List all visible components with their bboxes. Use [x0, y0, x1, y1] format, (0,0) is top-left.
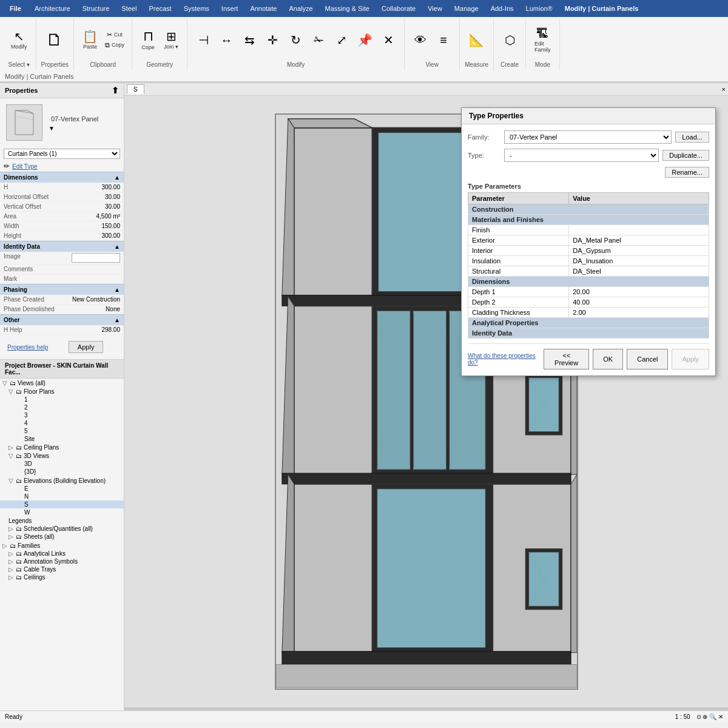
family-name-label: 07-Vertex Panel [46, 114, 121, 124]
finish-input[interactable] [573, 226, 705, 234]
measure-btn[interactable]: 📐 [465, 32, 488, 49]
curtain-panels-selector[interactable]: Curtain Panels (1) [4, 149, 120, 159]
type-properties-dialog[interactable]: Type Properties Family: 07-Vertex Panel … [461, 107, 716, 376]
tree-schedules[interactable]: ▷ 🗂 Schedules/Quantities (all) [0, 525, 124, 533]
rename-btn[interactable]: Rename... [665, 167, 709, 178]
toggle-families[interactable]: ▷ [2, 542, 10, 549]
ok-btn[interactable]: OK [593, 349, 623, 369]
load-btn[interactable]: Load... [675, 132, 709, 143]
preview-btn[interactable]: << Preview [544, 349, 589, 369]
menu-manage[interactable]: Manage [448, 2, 485, 15]
properties-apply-btn[interactable]: Apply [69, 341, 104, 353]
pin-btn[interactable]: 📌 [354, 32, 376, 49]
menu-modify-curtain[interactable]: Modify | Curtain Panels [559, 2, 645, 15]
edit-type-row: ✏ Edit Type [0, 161, 124, 172]
edit-type-link[interactable]: Edit Type [12, 163, 38, 170]
copy-btn[interactable]: ⧉ Copy [103, 41, 127, 50]
properties-help-link[interactable]: Properties help [4, 342, 52, 353]
align-btn[interactable]: ⊣ [192, 32, 214, 49]
tree-3d-curly[interactable]: {3D} [0, 468, 124, 476]
image-input[interactable] [72, 253, 120, 263]
tree-elev-w[interactable]: W [0, 508, 124, 516]
dimensions-collapse-icon[interactable]: ▲ [114, 174, 120, 181]
menu-steel[interactable]: Steel [115, 2, 143, 15]
mirror-btn[interactable]: ⇆ [238, 32, 260, 49]
tree-ceiling-plans[interactable]: ▷ 🗂 Ceiling Plans [0, 443, 124, 451]
tree-analytical-links[interactable]: ▷ 🗂 Analytical Links [0, 550, 124, 558]
menu-structure[interactable]: Structure [76, 2, 116, 15]
tree-floor-5[interactable]: 5 [0, 427, 124, 435]
menu-insert[interactable]: Insert [215, 2, 244, 15]
pin-icon: 📌 [357, 34, 372, 46]
viewport-tab-s[interactable]: S [127, 84, 144, 94]
tree-annotation-symbols[interactable]: ▷ 🗂 Annotation Symbols [0, 558, 124, 565]
menu-file[interactable]: File [2, 0, 29, 17]
properties-icon: 🗋 [46, 32, 63, 49]
edit-family-icon: 🏗 [536, 27, 548, 39]
tree-legends[interactable]: Legends [0, 517, 124, 525]
delete-btn[interactable]: ✕ [377, 32, 399, 49]
cut-btn[interactable]: ✂ Cut [103, 30, 127, 39]
tree-3d[interactable]: 3D [0, 460, 124, 468]
toggle-cable[interactable]: ▷ [8, 566, 16, 573]
menu-annotate[interactable]: Annotate [244, 2, 283, 15]
visibility-btn[interactable]: 👁 [410, 32, 431, 49]
menu-analyze[interactable]: Analyze [283, 2, 318, 15]
rotate-btn[interactable]: ↻ [285, 32, 306, 49]
offset-btn[interactable]: ↔ [215, 32, 237, 49]
toggle-3d[interactable]: ▽ [8, 453, 16, 459]
join-btn[interactable]: ⊞ Join ▾ [160, 28, 182, 52]
thin-lines-btn[interactable]: ≡ [433, 32, 454, 49]
tree-floor-site[interactable]: Site [0, 435, 124, 443]
menu-view[interactable]: View [422, 2, 448, 15]
toggle-sheets[interactable]: ▷ [8, 533, 16, 540]
toggle-ceiling[interactable]: ▷ [8, 444, 16, 451]
tree-floor-1[interactable]: 1 [0, 396, 124, 403]
duplicate-btn[interactable]: Duplicate... [662, 150, 709, 161]
family-select[interactable]: 07-Vertex Panel [504, 130, 672, 144]
viewport-close-btn[interactable]: × [722, 86, 726, 93]
toggle-annotation[interactable]: ▷ [8, 558, 16, 565]
toggle-elevations[interactable]: ▽ [8, 477, 16, 484]
cancel-btn[interactable]: Cancel [627, 349, 668, 369]
menu-massing[interactable]: Massing & Site [319, 2, 376, 15]
tree-floor-3[interactable]: 3 [0, 411, 124, 419]
toggle-floor-plans[interactable]: ▽ [8, 388, 16, 395]
type-select[interactable]: - [504, 149, 659, 162]
tree-elev-s[interactable]: S [0, 500, 124, 508]
menu-systems[interactable]: Systems [178, 2, 215, 15]
properties-expand-icon[interactable]: ⬆ [112, 86, 119, 95]
cope-btn[interactable]: ⊓ Cope [137, 27, 159, 53]
toggle-analytical[interactable]: ▷ [8, 550, 16, 557]
row-cladding: Cladding Thickness 2.00 [468, 308, 709, 318]
tree-cable-trays[interactable]: ▷ 🗂 Cable Trays [0, 565, 124, 573]
move-btn[interactable]: ✛ [261, 32, 283, 49]
scale-btn[interactable]: ⤢ [331, 32, 352, 49]
tree-floor-2[interactable]: 2 [0, 403, 124, 411]
what-do-props-link[interactable]: What do these properties do? [468, 352, 544, 366]
create-btn[interactable]: ⬡ [499, 32, 521, 49]
properties-btn[interactable]: 🗋 [42, 29, 67, 51]
menu-lumion[interactable]: Lumion® [520, 2, 559, 15]
edit-family-btn[interactable]: 🏗 EditFamily [531, 25, 554, 55]
toggle-schedules[interactable]: ▷ [8, 525, 16, 532]
select-btn[interactable]: ↖ Modify [7, 28, 31, 52]
tree-ceilings[interactable]: ▷ 🗂 Ceilings [0, 573, 124, 581]
trim-btn[interactable]: ✁ [308, 32, 329, 49]
tree-elev-e[interactable]: E [0, 485, 124, 493]
phasing-collapse-icon[interactable]: ▲ [114, 286, 120, 293]
status-ready: Ready [5, 713, 22, 720]
toggle-ceilings[interactable]: ▷ [8, 574, 16, 581]
menu-addins[interactable]: Add-Ins [485, 2, 520, 15]
menu-precast[interactable]: Precast [143, 2, 177, 15]
paste-btn[interactable]: 📋 Paste [79, 28, 101, 52]
menu-architecture[interactable]: Architecture [29, 2, 76, 15]
toggle-views[interactable]: ▽ [2, 380, 10, 386]
other-collapse-icon[interactable]: ▲ [114, 317, 120, 323]
row-analytical-section: Analytical Properties [468, 318, 709, 328]
tree-sheets[interactable]: ▷ 🗂 Sheets (all) [0, 533, 124, 541]
tree-floor-4[interactable]: 4 [0, 419, 124, 427]
tree-elev-n[interactable]: N [0, 493, 124, 500]
identity-collapse-icon[interactable]: ▲ [114, 243, 120, 250]
menu-collaborate[interactable]: Collaborate [376, 2, 422, 15]
